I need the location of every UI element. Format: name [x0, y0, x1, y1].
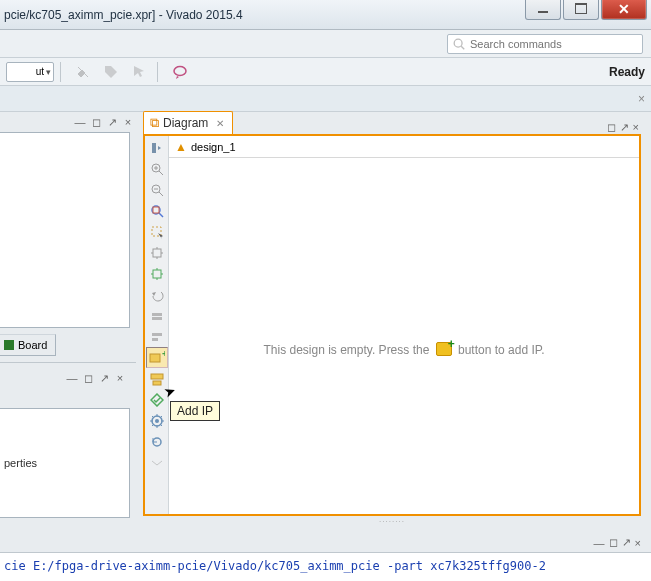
- console-path: E:/fpga-drive-aximm-pcie/Vivado/kc705_ax…: [33, 559, 546, 573]
- tab-board[interactable]: Board: [0, 334, 56, 356]
- design-name: design_1: [191, 141, 236, 153]
- svg-rect-12: [152, 333, 162, 336]
- min-icon[interactable]: —: [594, 537, 605, 549]
- left-panels: — ◻ ↗ × Board — ◻ ↗ × perties: [0, 112, 138, 581]
- console-output[interactable]: cie E:/fpga-drive-aximm-pcie/Vivado/kc70…: [0, 553, 651, 581]
- chip-icon: ▲: [175, 140, 187, 154]
- diagram-body: + ▲ design_1 This design is empty. Press…: [143, 134, 641, 516]
- close-icon[interactable]: ×: [122, 116, 134, 128]
- zoom-fit-icon[interactable]: [146, 200, 168, 221]
- close-button[interactable]: ✕: [601, 0, 647, 20]
- empty-message: This design is empty. Press the button t…: [169, 342, 639, 357]
- zoom-out-icon[interactable]: [146, 179, 168, 200]
- design-name-bar: ▲ design_1: [169, 136, 639, 158]
- fit-icon[interactable]: [146, 242, 168, 263]
- svg-point-19: [155, 419, 159, 423]
- console-cmd: cie: [4, 559, 26, 573]
- tab-board-label: Board: [18, 339, 47, 351]
- settings-icon[interactable]: [146, 410, 168, 431]
- window-controls: ✕: [525, 0, 647, 20]
- tag-icon[interactable]: [99, 61, 123, 83]
- svg-rect-9: [153, 270, 161, 278]
- svg-rect-8: [153, 249, 161, 257]
- hbar1-icon[interactable]: [146, 305, 168, 326]
- panel-head-3: ◻ ↗ ×: [607, 121, 641, 134]
- undo-icon[interactable]: [146, 284, 168, 305]
- hbar2-icon[interactable]: [146, 326, 168, 347]
- layout-combo[interactable]: ut: [6, 62, 54, 82]
- console-panel: — ◻ ↗ × cie E:/fpga-drive-aximm-pcie/Viv…: [0, 533, 651, 581]
- chat-icon[interactable]: [168, 61, 192, 83]
- left-blank-panel: [0, 132, 130, 328]
- svg-rect-13: [152, 338, 158, 341]
- diagram-tabbar: ⧉ Diagram ✕ ◻ ↗ ×: [143, 112, 641, 134]
- search-input[interactable]: [466, 38, 638, 50]
- separator: [60, 62, 61, 82]
- subbar-close-icon[interactable]: ×: [638, 92, 645, 106]
- close-icon[interactable]: ×: [114, 372, 126, 384]
- svg-point-2: [174, 66, 186, 75]
- restore-icon[interactable]: ◻: [90, 116, 102, 128]
- empty-suffix: button to add IP.: [458, 343, 545, 357]
- board-icon: [4, 340, 14, 350]
- min-icon[interactable]: —: [66, 372, 78, 384]
- tab-diagram[interactable]: ⧉ Diagram ✕: [143, 111, 233, 134]
- restore-icon[interactable]: ◻: [82, 372, 94, 384]
- resize-dots-icon[interactable]: ∙∙∙∙∙∙∙∙: [143, 517, 641, 526]
- properties-panel: perties: [0, 408, 130, 518]
- search-box[interactable]: [447, 34, 643, 54]
- close-icon[interactable]: ×: [635, 537, 641, 549]
- console-head: — ◻ ↗ ×: [0, 533, 651, 553]
- svg-rect-17: [153, 381, 161, 385]
- svg-rect-16: [151, 374, 163, 379]
- svg-text:+: +: [162, 351, 165, 359]
- zoom-in-icon[interactable]: [146, 158, 168, 179]
- popout-icon[interactable]: ↗: [622, 536, 631, 549]
- maximize-button[interactable]: [563, 0, 599, 20]
- svg-rect-14: [150, 354, 160, 362]
- window-title: pcie/kc705_aximm_pcie.xpr] - Vivado 2015…: [4, 8, 525, 22]
- tooltip-add-ip: Add IP: [170, 401, 220, 421]
- restore-icon[interactable]: ◻: [607, 121, 616, 134]
- diagram-icon: ⧉: [150, 115, 159, 131]
- main-area: — ◻ ↗ × Board — ◻ ↗ × perties ⧉ Diagram …: [0, 112, 651, 581]
- search-icon: [452, 37, 466, 51]
- tab-diagram-label: Diagram: [163, 116, 208, 130]
- select-area-icon[interactable]: [146, 221, 168, 242]
- restore-icon[interactable]: ◻: [609, 536, 618, 549]
- tab-close-icon[interactable]: ✕: [216, 118, 224, 129]
- add-ip-inline-icon: [436, 342, 452, 356]
- popout-icon[interactable]: ↗: [620, 121, 629, 134]
- svg-rect-11: [152, 317, 162, 320]
- pointer-icon[interactable]: [127, 61, 151, 83]
- svg-rect-10: [152, 313, 162, 316]
- svg-point-0: [454, 39, 462, 47]
- close-icon[interactable]: ×: [633, 121, 639, 134]
- panel-head-2: — ◻ ↗ ×: [0, 368, 130, 388]
- expand-icon[interactable]: [146, 137, 168, 158]
- popout-icon[interactable]: ↗: [106, 116, 118, 128]
- diagram-toolbar: +: [145, 136, 169, 514]
- pin-icon[interactable]: [71, 61, 95, 83]
- panel-head-1: — ◻ ↗ ×: [0, 112, 138, 132]
- status-ready: Ready: [609, 65, 645, 79]
- window-titlebar: pcie/kc705_aximm_pcie.xpr] - Vivado 2015…: [0, 0, 651, 30]
- empty-prefix: This design is empty. Press the: [263, 343, 429, 357]
- add-ip-button[interactable]: +: [146, 347, 168, 368]
- sub-bar: ×: [0, 86, 651, 112]
- svg-rect-6: [153, 207, 159, 213]
- properties-label: perties: [4, 457, 37, 469]
- main-toolbar: ut Ready: [0, 58, 651, 86]
- panel-splitter[interactable]: [0, 362, 136, 367]
- chevron-icon[interactable]: [146, 452, 168, 473]
- refresh-icon[interactable]: [146, 431, 168, 452]
- auto-fit-icon[interactable]: [146, 263, 168, 284]
- diagram-panel: ⧉ Diagram ✕ ◻ ↗ × +: [143, 112, 641, 526]
- minimize-button[interactable]: [525, 0, 561, 20]
- popout-icon[interactable]: ↗: [98, 372, 110, 384]
- svg-line-1: [461, 46, 464, 49]
- min-icon[interactable]: —: [74, 116, 86, 128]
- separator: [157, 62, 158, 82]
- search-row: [0, 30, 651, 58]
- diagram-canvas[interactable]: ▲ design_1 This design is empty. Press t…: [169, 136, 639, 514]
